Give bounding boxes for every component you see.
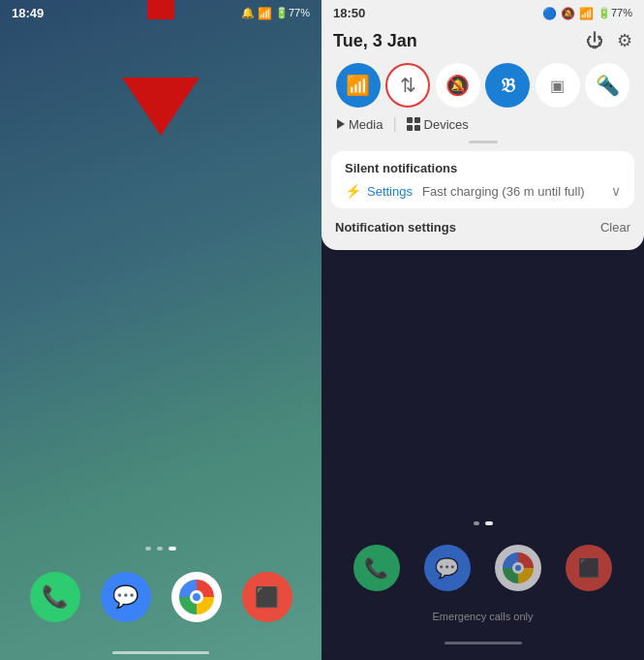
app-dock: 📞 💬 ⬛ <box>0 562 322 651</box>
page-dot-2 <box>157 547 163 550</box>
settings-icon[interactable]: ⚙ <box>617 30 632 51</box>
divider-bar <box>469 141 498 143</box>
right-dark-area: 📞 💬 ⬛ Emergency calls only <box>322 250 644 660</box>
notification-footer: Notification settings Clear <box>322 216 644 242</box>
play-icon <box>337 119 345 129</box>
right-dot-2 <box>485 521 493 525</box>
phone-app[interactable]: 📞 <box>30 572 80 622</box>
date-row: Tue, 3 Jan ⏻ ⚙ <box>322 26 644 59</box>
date-text: Tue, 3 Jan <box>333 31 417 51</box>
data-arrows-icon: ⇅ <box>400 74 416 97</box>
right-chrome-app[interactable] <box>495 545 541 591</box>
silent-notifications-section: Silent notifications ⚡ Settings Fast cha… <box>331 151 634 208</box>
arrow-head <box>122 78 199 136</box>
media-devices-row: Media | Devices <box>322 115 644 141</box>
torch-toggle[interactable]: 🔦 <box>585 63 629 108</box>
chrome-app[interactable] <box>171 572 222 622</box>
devices-label: Devices <box>424 117 469 132</box>
right-dot-1 <box>474 521 479 525</box>
camera-app[interactable]: ⬛ <box>242 572 292 622</box>
silent-left: ⚡ Settings Fast charging (36 m until ful… <box>345 183 585 199</box>
quick-toggles: 📶 ⇅ 🔕 𝔅 ▣ 🔦 <box>322 59 644 115</box>
separator: | <box>392 115 396 133</box>
devices-button[interactable]: Devices <box>407 117 469 132</box>
notification-settings-button[interactable]: Notification settings <box>335 220 456 235</box>
right-status-icons: 🔵 🔕 📶 🔋77% <box>542 7 632 20</box>
mute-toggle[interactable]: 🔕 <box>436 63 480 108</box>
right-panel: 18:50 🔵 🔕 📶 🔋77% Tue, 3 Jan ⏻ ⚙ 📶 <box>322 0 644 660</box>
page-indicators <box>145 547 176 550</box>
media-button[interactable]: Media <box>337 117 383 132</box>
bluetooth-toggle[interactable]: 𝔅 <box>485 63 530 108</box>
settings-link[interactable]: Settings <box>367 184 413 199</box>
right-home-indicator <box>445 642 522 644</box>
data-toggle[interactable]: ⇅ <box>385 63 430 108</box>
nfc-toggle[interactable]: ▣ <box>536 63 580 108</box>
right-camera-app[interactable]: ⬛ <box>566 545 612 591</box>
arrow-stem <box>147 0 174 19</box>
chevron-down-icon: ∨ <box>611 183 621 199</box>
power-icon[interactable]: ⏻ <box>586 31 603 51</box>
page-dot-3 <box>169 547 176 550</box>
left-time: 18:49 <box>12 6 44 20</box>
wifi-toggle[interactable]: 📶 <box>336 63 381 108</box>
home-indicator <box>112 651 209 654</box>
left-panel: 18:49 🔔 📶 🔋77% 📞 💬 <box>0 0 322 660</box>
left-status-icons: 🔔 📶 🔋77% <box>241 7 310 20</box>
page-dot-1 <box>145 547 151 550</box>
grid-icon <box>407 117 420 131</box>
right-status-bar: 18:50 🔵 🔕 📶 🔋77% <box>322 0 644 26</box>
right-dock: 📞 💬 ⬛ <box>322 537 644 611</box>
right-time: 18:50 <box>333 6 365 20</box>
left-bottom: 📞 💬 ⬛ <box>0 547 322 660</box>
emergency-text: Emergency calls only <box>433 611 534 622</box>
right-messages-app[interactable]: 💬 <box>424 545 471 591</box>
date-controls: ⏻ ⚙ <box>586 30 632 51</box>
media-label: Media <box>349 117 383 132</box>
right-page-indicators <box>474 521 493 525</box>
charging-detail: Fast charging (36 m until full) <box>422 184 585 199</box>
lightning-icon: ⚡ <box>345 183 361 199</box>
silent-title: Silent notifications <box>345 161 621 175</box>
right-phone-app[interactable]: 📞 <box>353 545 400 591</box>
messages-app[interactable]: 💬 <box>101 572 151 622</box>
clear-button[interactable]: Clear <box>600 220 630 235</box>
swipe-arrow <box>122 78 199 136</box>
silent-item: ⚡ Settings Fast charging (36 m until ful… <box>345 183 621 199</box>
notification-panel: 18:50 🔵 🔕 📶 🔋77% Tue, 3 Jan ⏻ ⚙ 📶 <box>322 0 644 250</box>
